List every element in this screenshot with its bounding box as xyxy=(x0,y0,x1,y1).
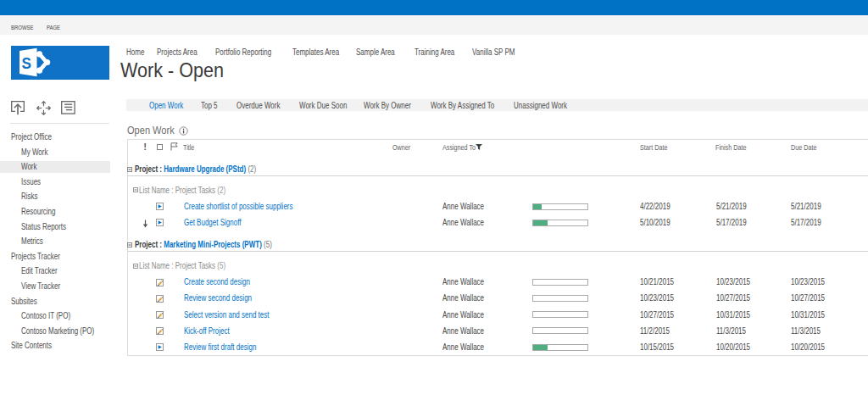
svg-text:S: S xyxy=(22,54,31,72)
